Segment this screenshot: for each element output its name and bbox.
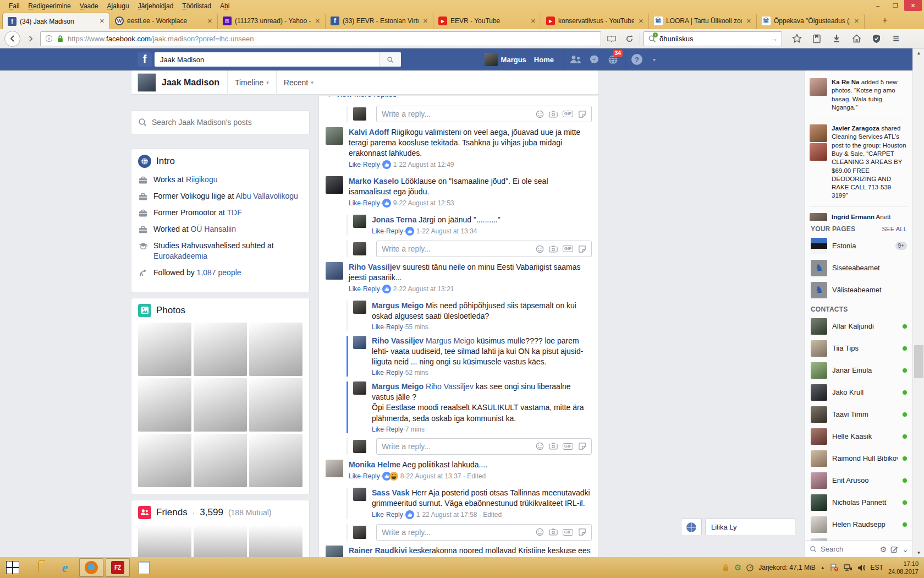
home-icon[interactable] <box>849 31 864 46</box>
emoji-icon[interactable] <box>536 442 544 450</box>
scrollbar-thumb[interactable] <box>914 345 923 378</box>
maximize-button[interactable]: ❐ <box>887 0 904 11</box>
intro-link[interactable]: TDF <box>227 208 242 217</box>
mention-link[interactable]: Riho Vassiljev <box>426 382 474 391</box>
photos-title[interactable]: Photos <box>156 305 185 316</box>
menu-item[interactable]: Ajalugu <box>103 1 134 12</box>
gif-icon[interactable]: GIF <box>563 529 573 536</box>
reaction-count[interactable]: 9 <box>393 199 397 207</box>
commenter-avatar[interactable] <box>326 176 343 194</box>
new-message-icon[interactable] <box>890 546 898 553</box>
facebook-search[interactable] <box>155 52 401 67</box>
close-button[interactable]: ✕ <box>904 0 922 11</box>
like-link[interactable]: Like <box>372 369 384 377</box>
messenger-icon[interactable] <box>585 48 604 70</box>
taskbar-app-button[interactable]: e FZ <box>79 558 103 577</box>
photo-thumbnail[interactable] <box>194 378 247 432</box>
tab-close-icon[interactable]: ✕ <box>314 18 321 25</box>
camera-icon[interactable] <box>549 246 558 253</box>
firefox-search-bar[interactable]: + → <box>644 31 782 46</box>
commenter-avatar[interactable] <box>353 488 366 501</box>
comment-timestamp[interactable]: 55 mins <box>405 323 428 331</box>
collapse-chevron-icon[interactable]: ⌄ <box>902 545 909 554</box>
reply-link[interactable]: Reply <box>386 227 403 235</box>
commenter-name-link[interactable]: Jonas Terna <box>372 215 416 224</box>
commenter-avatar[interactable] <box>353 215 366 228</box>
network-icon[interactable] <box>844 564 853 571</box>
emoji-icon[interactable] <box>536 110 544 118</box>
sticker-icon[interactable] <box>578 245 586 253</box>
facebook-search-input[interactable] <box>155 56 379 64</box>
hamburger-menu-icon[interactable]: ≡ <box>889 31 903 46</box>
browser-tab[interactable]: f (34) Jaak Madison ✕ <box>2 13 110 29</box>
reload-icon[interactable] <box>622 31 636 46</box>
commenter-avatar[interactable] <box>353 336 366 349</box>
reply-link[interactable]: Reply <box>386 426 403 433</box>
commenter-name-link[interactable]: Riho Vassiljev <box>372 336 424 345</box>
avatar[interactable] <box>353 526 366 539</box>
intro-link[interactable]: OÜ Hansaliin <box>190 225 235 233</box>
photo-thumbnail[interactable] <box>138 378 191 432</box>
ticker-story[interactable]: Ingrid Ermann Anett <box>810 213 908 221</box>
url-bar[interactable]: https://www.facebook.com/jaak.madison?pn… <box>40 31 601 46</box>
reaction-count[interactable]: 1 <box>416 511 420 519</box>
browser-tab[interactable]: ✉ (111273 unread) - Yahoo - ✕ <box>218 13 326 29</box>
commenter-name-link[interactable]: Margus Meigo <box>372 301 424 310</box>
photo-thumbnail[interactable] <box>194 323 247 376</box>
story-author[interactable]: Ka Re Na <box>832 79 860 85</box>
reply-link[interactable]: Reply <box>386 369 403 377</box>
comment-timestamp[interactable]: 22 August at 12:49 <box>399 161 454 168</box>
contact-row[interactable]: Raimond Hull Bibikov <box>805 448 912 470</box>
minimize-button[interactable]: – <box>869 0 887 11</box>
ticker-story[interactable]: Javier Zaragoza shared Cleaning Services… <box>810 124 908 207</box>
commenter-name-link[interactable]: Riho Vassiljev <box>349 263 400 271</box>
emoji-icon[interactable] <box>536 528 544 536</box>
commenter-name-link[interactable]: Marko Kaselo <box>349 177 399 186</box>
gif-icon[interactable]: GIF <box>563 111 573 117</box>
browser-tab[interactable]: 🏛 LOORA | Tartu Ülikooli zoo ✕ <box>649 13 757 29</box>
friend-thumbnail[interactable] <box>194 525 247 557</box>
timeline-tab[interactable]: Timeline▾ <box>228 78 276 87</box>
commenter-avatar[interactable] <box>353 381 366 395</box>
browser-tab[interactable]: ▶ EEVR - YouTube ✕ <box>433 13 541 29</box>
like-link[interactable]: Like <box>372 323 384 331</box>
comment-timestamp[interactable]: 22 August at 17:58 · Edited <box>422 511 502 519</box>
comment-timestamp[interactable]: 22 August at 13:34 <box>422 227 477 235</box>
comment-timestamp[interactable]: 22 August at 12:53 <box>399 199 454 207</box>
tab-close-icon[interactable]: ✕ <box>530 18 537 25</box>
reply-link[interactable]: Reply <box>386 323 403 331</box>
tab-close-icon[interactable]: ✕ <box>853 18 860 25</box>
photo-thumbnail[interactable] <box>249 434 302 487</box>
reply-link[interactable]: Reply <box>386 511 403 519</box>
contact-row[interactable]: Helle Kaasik <box>805 426 912 448</box>
story-author[interactable]: Ingrid Ermann <box>832 214 875 220</box>
hidden-icons-chevron[interactable]: ▲ <box>821 565 825 570</box>
notifications-globe-icon[interactable]: 34 <box>604 48 623 70</box>
write-reply-input[interactable]: Write a reply... GIF <box>376 524 592 541</box>
like-link[interactable]: Like <box>372 511 384 519</box>
avatar[interactable] <box>353 440 366 453</box>
intro-link[interactable]: 1,087 people <box>197 268 241 277</box>
ticker-story[interactable]: Ka Re Na added 5 new photos. “Kotse ng a… <box>810 78 908 118</box>
new-tab-button[interactable]: + <box>877 13 893 28</box>
commenter-avatar[interactable] <box>326 546 343 557</box>
commenter-name-link[interactable]: Monika Helme <box>349 460 400 469</box>
contact-row[interactable]: Allar Kaljundi <box>805 315 912 337</box>
camera-icon[interactable] <box>549 443 558 450</box>
user-avatar[interactable] <box>485 53 498 66</box>
reaction-count[interactable]: 8 <box>400 472 404 480</box>
comment-timestamp[interactable]: 7 mins <box>405 426 425 433</box>
shield-addon-icon[interactable] <box>869 31 883 46</box>
account-menu-caret-icon[interactable]: ▾ <box>653 57 656 63</box>
help-icon[interactable]: ? <box>628 48 646 70</box>
https-lock-icon[interactable] <box>57 35 64 42</box>
friend-thumbnail[interactable] <box>138 525 191 557</box>
intro-link[interactable]: Albu Vallavolikogu <box>235 192 298 200</box>
page-scrollbar[interactable]: ▲ ▼ <box>912 48 924 557</box>
camera-icon[interactable] <box>549 111 558 118</box>
commenter-avatar[interactable] <box>326 262 343 280</box>
write-reply-input[interactable]: Write a reply... GIF <box>376 438 592 455</box>
action-center-flag-icon[interactable] <box>830 564 839 571</box>
commenter-name-link[interactable]: Margus Meigo <box>372 382 424 391</box>
commenter-avatar[interactable] <box>353 301 366 314</box>
